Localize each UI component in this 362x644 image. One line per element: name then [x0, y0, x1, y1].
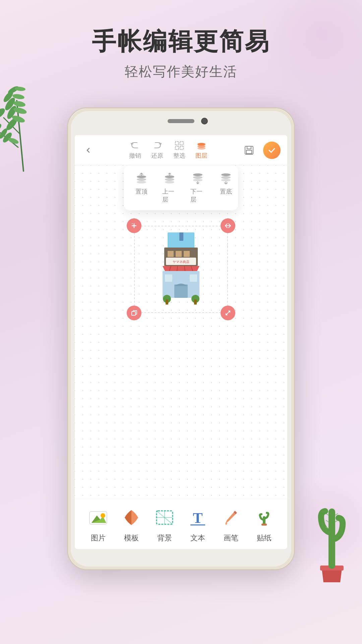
layer-bottom-item[interactable]: 置底 — [219, 172, 233, 204]
svg-rect-64 — [165, 274, 172, 282]
svg-line-84 — [326, 514, 328, 515]
bottom-tool-sticker[interactable]: 贴纸 — [252, 505, 276, 543]
bottom-tool-photo[interactable]: 图片 — [86, 505, 110, 543]
text-label: 文本 — [190, 533, 205, 543]
selected-image[interactable]: ヤマネ肉店 — [134, 226, 228, 313]
svg-rect-81 — [261, 524, 267, 526]
select-label: 整选 — [173, 152, 185, 160]
svg-point-24 — [197, 143, 205, 146]
svg-point-30 — [137, 175, 146, 178]
undo-label: 撤销 — [129, 152, 141, 160]
svg-rect-65 — [190, 274, 197, 282]
svg-point-36 — [193, 173, 202, 176]
back-button[interactable] — [81, 144, 95, 157]
layer-up-icon — [162, 172, 177, 185]
svg-rect-20 — [175, 146, 179, 150]
header-subtitle: 轻松写作美好生活 — [0, 62, 362, 81]
brush-label: 画笔 — [224, 533, 238, 543]
layer-top-icon — [134, 172, 149, 185]
canvas-area[interactable]: ヤマネ肉店 — [75, 165, 287, 509]
svg-rect-68 — [166, 300, 168, 305]
header-title: 手帐编辑更简易 — [0, 27, 362, 56]
bottom-tool-background[interactable]: 背景 — [153, 505, 177, 543]
toolbar-tools: 撤销 还原 — [95, 141, 242, 160]
layer-bottom-icon — [219, 172, 233, 185]
undo-icon — [130, 141, 140, 150]
bottom-toolbar: 图片 模板 — [75, 499, 287, 549]
phone-speaker — [168, 119, 194, 123]
bottom-tool-text[interactable]: T 文本 — [186, 505, 210, 543]
svg-point-29 — [137, 178, 146, 181]
svg-point-37 — [193, 176, 202, 179]
layer-down-item[interactable]: 下一层 — [190, 172, 205, 204]
save-button[interactable] — [242, 143, 256, 158]
svg-point-32 — [165, 181, 174, 183]
phone-frame: 撤销 还原 — [67, 107, 295, 570]
select-tool[interactable]: 整选 — [173, 141, 185, 160]
toolbar-right — [242, 142, 281, 159]
svg-rect-26 — [247, 146, 251, 149]
cactus-decoration — [312, 488, 352, 584]
svg-point-73 — [101, 513, 105, 518]
leaf-decoration-left — [0, 67, 47, 176]
layer-tool[interactable]: 图层 — [195, 141, 207, 160]
background-icon — [153, 505, 177, 530]
svg-point-42 — [221, 179, 231, 181]
layer-top-label: 置顶 — [135, 187, 147, 196]
svg-line-87 — [335, 514, 338, 515]
svg-point-41 — [221, 176, 231, 179]
top-toolbar: 撤销 还原 — [75, 135, 287, 165]
svg-line-49 — [226, 311, 230, 315]
photo-icon — [86, 505, 110, 530]
bottom-tool-brush[interactable]: 画笔 — [219, 505, 243, 543]
svg-point-33 — [165, 178, 174, 181]
svg-rect-51 — [179, 232, 183, 241]
sticker-icon — [252, 505, 276, 530]
redo-icon — [152, 141, 163, 150]
phone-camera — [201, 118, 208, 124]
svg-text:T: T — [193, 510, 202, 526]
sticker-label: 贴纸 — [257, 533, 272, 543]
layer-dropdown: 置顶 上一层 — [124, 165, 238, 210]
svg-line-88 — [335, 520, 338, 522]
building-illustration: ヤマネ肉店 — [147, 232, 215, 306]
handle-top-left[interactable] — [127, 218, 141, 233]
phone-screen: 撤销 还原 — [75, 135, 287, 549]
select-icon — [174, 141, 185, 150]
background-label: 背景 — [157, 533, 172, 543]
layer-label: 图层 — [195, 152, 207, 160]
svg-rect-63 — [174, 284, 188, 298]
svg-point-28 — [137, 181, 146, 183]
svg-point-40 — [221, 173, 231, 176]
layer-bottom-label: 置底 — [220, 187, 232, 196]
layer-up-label: 上一层 — [162, 187, 177, 204]
layer-down-label: 下一层 — [190, 187, 205, 204]
svg-rect-27 — [246, 150, 252, 154]
header-section: 手帐编辑更简易 轻松写作美好生活 — [0, 27, 362, 81]
template-icon — [119, 505, 143, 530]
handle-bottom-left[interactable] — [127, 306, 141, 320]
svg-rect-53 — [168, 251, 174, 257]
layer-icon — [196, 141, 207, 150]
undo-tool[interactable]: 撤销 — [129, 141, 141, 160]
handle-top-right[interactable] — [221, 218, 235, 233]
svg-rect-69 — [194, 300, 197, 305]
template-label: 模板 — [124, 533, 139, 543]
svg-rect-18 — [175, 142, 179, 145]
svg-rect-54 — [176, 251, 182, 257]
layer-up-item[interactable]: 上一层 — [162, 172, 177, 204]
svg-rect-21 — [180, 146, 183, 150]
layer-top-item[interactable]: 置顶 — [134, 172, 149, 204]
svg-text:ヤマネ肉店: ヤマネ肉店 — [173, 260, 189, 264]
svg-line-85 — [326, 520, 328, 522]
redo-tool[interactable]: 还原 — [151, 141, 163, 160]
bottom-tool-template[interactable]: 模板 — [119, 505, 143, 543]
svg-point-38 — [193, 179, 202, 181]
confirm-button[interactable] — [263, 142, 281, 159]
redo-label: 还原 — [151, 152, 163, 160]
brush-icon — [219, 505, 243, 530]
photo-label: 图片 — [91, 533, 106, 543]
svg-rect-19 — [180, 142, 183, 145]
handle-bottom-right[interactable] — [221, 306, 235, 320]
svg-rect-48 — [132, 312, 135, 315]
